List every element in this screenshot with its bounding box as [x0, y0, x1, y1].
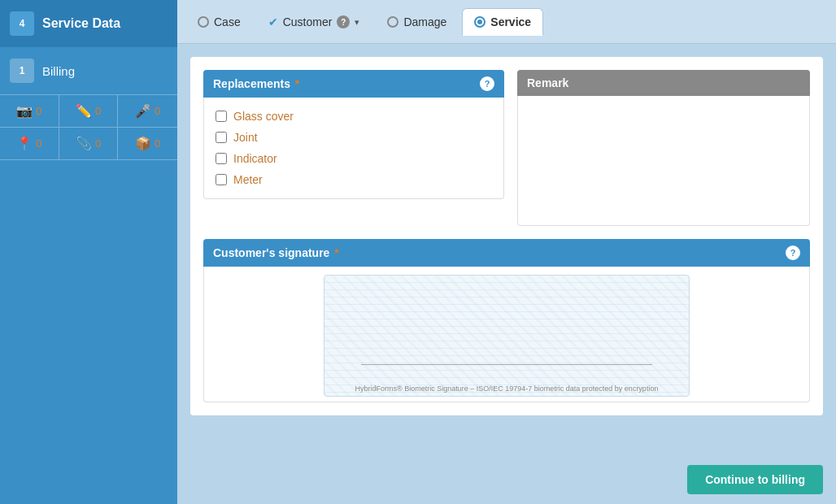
replacement-glass-cover: Glass cover: [216, 106, 492, 127]
tab-damage-label: Damage: [403, 15, 446, 28]
package-count: 0: [155, 137, 160, 150]
location-count: 0: [36, 137, 41, 150]
remark-title: Remark: [527, 76, 568, 89]
replacement-joint: Joint: [216, 127, 492, 148]
package-icon: 📦: [135, 136, 151, 151]
remark-body: [517, 96, 810, 226]
tab-damage[interactable]: Damage: [375, 8, 459, 35]
billing-number: 1: [20, 65, 25, 76]
signature-body: HybridForms® Biometric Signature – ISO/I…: [203, 267, 810, 402]
bottom-actions: Continue to billing: [687, 465, 823, 494]
signature-line: [361, 364, 652, 365]
signature-footer: HybridForms® Biometric Signature – ISO/I…: [324, 381, 689, 396]
edit-icon: ✏️: [76, 103, 92, 119]
glass-cover-checkbox[interactable]: [216, 111, 227, 122]
sidebar-title: Service Data: [42, 16, 120, 31]
sidebar-item-label: Billing: [42, 64, 75, 78]
replacements-help-icon[interactable]: ?: [480, 76, 494, 91]
tab-service[interactable]: Service: [462, 8, 543, 36]
content-area: Replacements * ? Glass cover Joint: [177, 44, 836, 504]
mic-icon: 🎤: [135, 103, 151, 119]
location-icon: 📍: [16, 136, 33, 151]
replacements-required: *: [292, 77, 299, 90]
edit-button[interactable]: ✏️ 0: [59, 95, 119, 128]
tab-customer-chevron-icon: ▾: [355, 17, 359, 28]
remark-header: Remark: [517, 70, 810, 96]
replacement-meter: Meter: [216, 169, 492, 190]
tab-customer-help-icon[interactable]: ?: [337, 15, 350, 28]
camera-icon: 📷: [16, 103, 33, 119]
content-card: Replacements * ? Glass cover Joint: [190, 57, 823, 415]
signature-title: Customer's signature *: [213, 246, 339, 259]
attachment-button[interactable]: 📎 0: [59, 128, 119, 160]
camera-count: 0: [36, 105, 41, 117]
edit-count: 0: [95, 105, 101, 117]
indicator-checkbox[interactable]: [216, 153, 227, 164]
signature-header: Customer's signature * ?: [203, 239, 810, 267]
replacement-indicator: Indicator: [216, 148, 492, 169]
tab-customer-check-icon: ✔: [268, 15, 278, 28]
replacements-title: Replacements *: [213, 77, 299, 90]
main-area: Case ✔ Customer ? ▾ Damage Service: [177, 0, 836, 504]
sidebar: 4 Service Data 1 Billing 📷 0 ✏️ 0 🎤 0 📍 …: [0, 0, 177, 504]
tab-service-label: Service: [490, 15, 531, 28]
tab-bar: Case ✔ Customer ? ▾ Damage Service: [177, 0, 836, 44]
location-button[interactable]: 📍 0: [0, 128, 59, 160]
remark-textarea[interactable]: [518, 96, 809, 225]
camera-button[interactable]: 📷 0: [0, 95, 59, 128]
signature-wave-background: [324, 276, 689, 396]
replacements-header: Replacements * ?: [203, 70, 504, 98]
joint-label: Joint: [233, 131, 258, 144]
attachment-icon: 📎: [76, 136, 92, 151]
package-button[interactable]: 📦 0: [118, 128, 177, 160]
sidebar-header: 4 Service Data: [0, 0, 177, 47]
signature-help-icon[interactable]: ?: [786, 245, 800, 260]
tab-customer[interactable]: ✔ Customer ? ▾: [256, 8, 372, 35]
tab-case-indicator: [198, 16, 209, 28]
continue-to-billing-button[interactable]: Continue to billing: [687, 465, 823, 494]
signature-panel: Customer's signature * ? HybridForms® Bi…: [203, 239, 810, 402]
signature-required: *: [331, 246, 338, 259]
tab-customer-label: Customer: [283, 15, 333, 28]
remark-panel: Remark: [517, 70, 810, 226]
mic-button[interactable]: 🎤 0: [118, 95, 177, 128]
tab-case[interactable]: Case: [185, 8, 253, 35]
glass-cover-label: Glass cover: [233, 110, 294, 123]
tab-damage-indicator: [387, 16, 398, 28]
top-row: Replacements * ? Glass cover Joint: [203, 70, 810, 226]
meter-checkbox[interactable]: [216, 174, 227, 185]
attachment-count: 0: [95, 137, 101, 150]
replacements-panel: Replacements * ? Glass cover Joint: [203, 70, 504, 226]
sidebar-title-icon: 4: [10, 11, 34, 36]
replacements-body: Glass cover Joint Indicator Meter: [203, 98, 504, 199]
indicator-label: Indicator: [233, 152, 277, 165]
billing-icon-box: 1: [10, 59, 34, 83]
tab-service-radio-icon: [474, 16, 485, 28]
meter-label: Meter: [233, 173, 263, 186]
sidebar-toolbar: 📷 0 ✏️ 0 🎤 0 📍 0 📎 0 📦 0: [0, 94, 177, 160]
sidebar-item-billing[interactable]: 1 Billing: [0, 47, 177, 94]
tab-case-label: Case: [214, 15, 241, 28]
mic-count: 0: [155, 105, 160, 117]
signature-canvas[interactable]: HybridForms® Biometric Signature – ISO/I…: [324, 275, 690, 397]
joint-checkbox[interactable]: [216, 132, 227, 143]
